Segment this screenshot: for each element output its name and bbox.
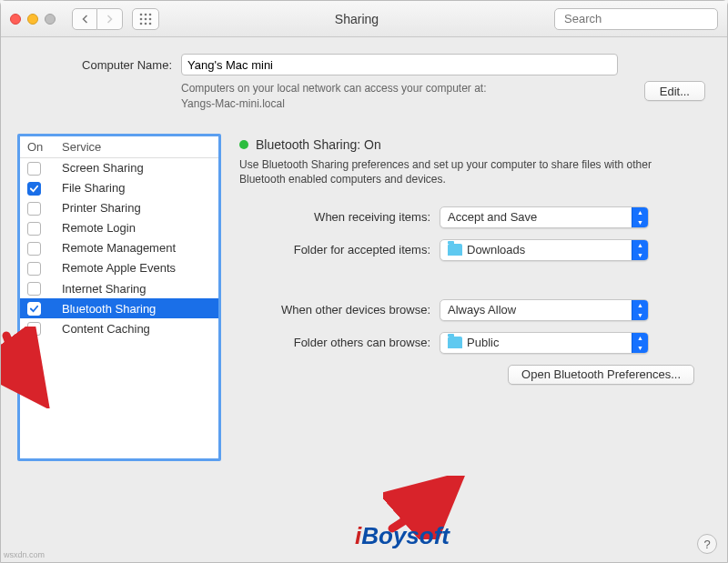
back-button[interactable] [72, 8, 97, 30]
service-row[interactable]: Screen Sharing [20, 157, 218, 178]
service-label: Bluetooth Sharing [55, 298, 218, 318]
sharing-preferences-window: Sharing Computer Name: Computers on your… [0, 0, 728, 563]
service-checkbox[interactable] [27, 262, 41, 276]
service-label: Remote Management [55, 238, 218, 258]
service-label: Printer Sharing [55, 198, 218, 218]
show-all-button[interactable] [132, 8, 159, 30]
service-checkbox[interactable] [27, 222, 41, 236]
help-button[interactable]: ? [697, 534, 717, 554]
main-row: On Service Screen SharingFile SharingPri… [17, 134, 711, 461]
receive-label: When receiving items: [239, 210, 430, 224]
service-label: Content Caching [55, 318, 218, 338]
accept-folder-value: Downloads [467, 243, 525, 256]
search-field[interactable] [554, 8, 718, 30]
close-window-button[interactable] [10, 14, 21, 25]
info-line-1: Computers on your local network can acce… [181, 82, 486, 95]
svg-point-2 [149, 13, 152, 15]
watermark-logo: iBoysoft [355, 522, 450, 550]
minimize-window-button[interactable] [27, 14, 38, 25]
window-title: Sharing [168, 12, 545, 26]
service-label: Screen Sharing [55, 157, 218, 178]
select-stepper-icon: ▲▼ [632, 333, 648, 353]
svg-point-1 [145, 13, 147, 15]
open-bluetooth-prefs-button[interactable]: Open Bluetooth Preferences... [508, 365, 694, 385]
service-label: Remote Login [55, 218, 218, 238]
svg-point-3 [140, 17, 143, 20]
service-row[interactable]: Remote Management [20, 238, 218, 258]
receive-value: Accept and Save [440, 210, 632, 224]
titlebar: Sharing [1, 1, 727, 37]
computer-name-row: Computer Name: [63, 54, 711, 75]
svg-point-0 [140, 13, 143, 15]
browse-folder-label: Folder others can browse: [239, 336, 430, 349]
chevron-left-icon [81, 15, 89, 24]
description-text: Use Bluetooth Sharing preferences and se… [239, 157, 658, 186]
svg-point-4 [145, 17, 147, 20]
browse-folder-select[interactable]: Public ▲▼ [440, 332, 649, 354]
computer-name-field[interactable] [181, 54, 618, 75]
service-checkbox[interactable] [27, 242, 41, 256]
service-checkbox[interactable] [27, 302, 41, 316]
search-input[interactable] [564, 12, 717, 25]
service-row[interactable]: Remote Login [20, 218, 218, 238]
chevron-right-icon [106, 15, 114, 24]
info-line-2: Yangs-Mac-mini.local [181, 97, 285, 110]
receive-select[interactable]: Accept and Save ▲▼ [440, 206, 649, 228]
svg-point-8 [149, 22, 152, 25]
service-row[interactable]: Bluetooth Sharing [20, 298, 218, 318]
status-text: Bluetooth Sharing: On [256, 137, 381, 152]
service-checkbox[interactable] [27, 182, 41, 196]
computer-name-label: Computer Name: [63, 58, 172, 72]
source-watermark: wsxdn.com [4, 550, 45, 559]
service-list[interactable]: On Service Screen SharingFile SharingPri… [17, 134, 221, 461]
service-row[interactable]: Internet Sharing [20, 278, 218, 298]
edit-hostname-button[interactable]: Edit... [644, 81, 705, 101]
grid-icon [139, 13, 152, 25]
service-checkbox[interactable] [27, 202, 41, 216]
forward-button[interactable] [97, 8, 123, 30]
service-checkbox[interactable] [27, 282, 41, 296]
col-on: On [20, 136, 55, 158]
col-service: Service [55, 136, 218, 158]
select-stepper-icon: ▲▼ [632, 300, 648, 320]
service-row[interactable]: Remote Apple Events [20, 258, 218, 278]
detail-pane: Bluetooth Sharing: On Use Bluetooth Shar… [239, 134, 711, 461]
browse-value: Always Allow [440, 303, 632, 317]
browse-label: When other devices browse: [239, 303, 430, 317]
svg-point-6 [140, 22, 143, 25]
service-checkbox[interactable] [27, 322, 41, 336]
svg-point-7 [145, 22, 147, 25]
service-row[interactable]: File Sharing [20, 178, 218, 198]
service-label: Remote Apple Events [55, 258, 218, 278]
select-stepper-icon: ▲▼ [632, 240, 648, 260]
folder-icon [448, 337, 462, 348]
local-network-info: Computers on your local network can acce… [181, 81, 711, 112]
status-row: Bluetooth Sharing: On [239, 137, 711, 152]
accept-folder-label: Folder for accepted items: [239, 243, 430, 256]
window-traffic-lights [10, 14, 56, 25]
select-stepper-icon: ▲▼ [632, 207, 648, 227]
service-label: File Sharing [55, 178, 218, 198]
svg-point-5 [149, 17, 152, 20]
service-row[interactable]: Printer Sharing [20, 198, 218, 218]
accept-folder-select[interactable]: Downloads ▲▼ [440, 239, 649, 261]
folder-icon [448, 244, 462, 256]
maximize-window-button [45, 14, 56, 25]
service-label: Internet Sharing [55, 278, 218, 298]
content-area: Computer Name: Computers on your local n… [1, 37, 727, 562]
service-row[interactable]: Content Caching [20, 318, 218, 338]
browse-folder-value: Public [467, 336, 499, 349]
browse-select[interactable]: Always Allow ▲▼ [440, 299, 649, 321]
status-indicator-icon [239, 140, 248, 149]
service-checkbox[interactable] [27, 162, 41, 176]
nav-buttons [72, 8, 123, 30]
